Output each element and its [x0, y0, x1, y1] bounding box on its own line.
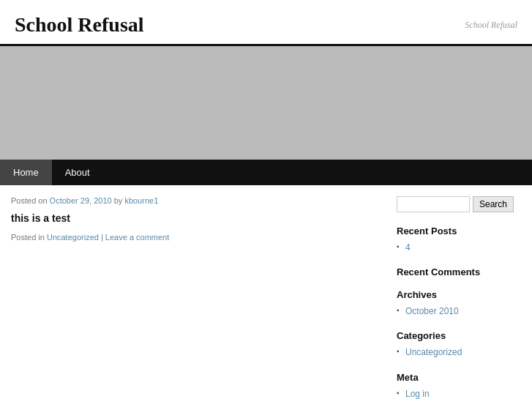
meta-heading: Meta — [397, 372, 521, 383]
archive-link[interactable]: October 2010 — [405, 306, 459, 316]
category-link[interactable]: Uncategorized — [405, 347, 462, 357]
recent-comments-section: Recent Comments — [397, 266, 521, 277]
sidebar: Search Recent Posts 4 Recent Comments Ar… — [397, 196, 521, 399]
main-content: Posted on October 29, 2010 by kbourne1 t… — [11, 196, 382, 399]
nav-item-about[interactable]: About — [52, 160, 103, 185]
post-comment-link[interactable]: Leave a comment — [105, 233, 169, 242]
post-footer-prefix: Posted in — [11, 233, 45, 242]
meta-item-login: Log in — [397, 387, 521, 399]
archives-section: Archives October 2010 — [397, 289, 521, 318]
recent-posts-heading: Recent Posts — [397, 225, 521, 236]
banner-image — [0, 46, 532, 160]
recent-posts-section: Recent Posts 4 — [397, 225, 521, 255]
recent-comments-heading: Recent Comments — [397, 266, 521, 277]
search-button[interactable]: Search — [473, 196, 514, 212]
site-tagline: School Refusal — [465, 20, 517, 31]
nav-link-home[interactable]: Home — [0, 160, 52, 185]
nav-link-about[interactable]: About — [52, 160, 103, 185]
recent-post-link[interactable]: 4 — [405, 242, 411, 253]
archive-item: October 2010 — [397, 305, 521, 318]
categories-section: Categories Uncategorized — [397, 330, 521, 359]
meta-section: Meta Log in Entries RSS Comments RSS Wor… — [397, 372, 521, 399]
post-meta-prefix: Posted on — [11, 196, 48, 205]
post-category-link[interactable]: Uncategorized — [47, 233, 99, 242]
post-footer: Posted in Uncategorized | Leave a commen… — [11, 233, 382, 242]
category-item: Uncategorized — [397, 346, 521, 359]
post-date-link[interactable]: October 29, 2010 — [50, 196, 112, 205]
archives-heading: Archives — [397, 289, 521, 300]
main-nav: Home About — [0, 160, 532, 185]
search-input[interactable] — [397, 196, 470, 212]
recent-post-item: 4 — [397, 241, 521, 255]
search-widget: Search — [397, 196, 521, 212]
post-meta: Posted on October 29, 2010 by kbourne1 — [11, 196, 382, 205]
post-by: by — [114, 196, 125, 205]
post-author-link[interactable]: kbourne1 — [124, 196, 158, 205]
meta-login-link[interactable]: Log in — [405, 389, 430, 399]
post-title: this is a test — [11, 212, 382, 224]
site-title: School Refusal — [15, 13, 144, 37]
categories-heading: Categories — [397, 330, 521, 341]
nav-item-home[interactable]: Home — [0, 160, 52, 185]
